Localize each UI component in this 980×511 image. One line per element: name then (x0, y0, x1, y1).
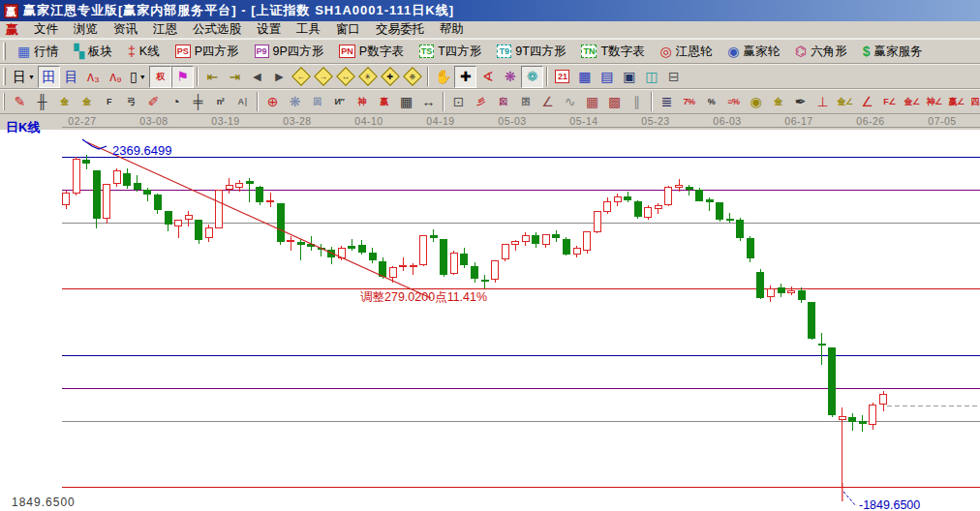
next-bar-button[interactable]: ► (268, 66, 291, 88)
percent-tool-button[interactable]: % (700, 91, 722, 113)
menu-item-3[interactable]: 江恩 (145, 20, 185, 39)
notes-button[interactable]: ▤ (596, 66, 618, 88)
shen-angle-tool-button[interactable]: 神∠ (923, 91, 945, 113)
hexagon-button[interactable]: ⌬六角形 (787, 40, 855, 63)
crosshair-button[interactable]: ✚ (454, 66, 476, 88)
p-number-table-button[interactable]: PNP数字表 (331, 40, 411, 63)
calendar-button[interactable]: 21 (551, 66, 573, 88)
sectors-button[interactable]: ▚板块 (66, 40, 120, 63)
gann-shape-button[interactable]: ❋ (499, 66, 521, 88)
shen-tool-button[interactable]: 神 (351, 91, 373, 113)
j-angle-tool-button[interactable]: ∠ (856, 91, 878, 113)
gann-cross-button[interactable]: ✚ (380, 66, 402, 88)
chart-pattern-button[interactable]: 田 (38, 66, 60, 88)
winner-service-button[interactable]: $赢家服务 (855, 40, 931, 63)
time-clock-tool-button[interactable]: ◔ (165, 91, 187, 113)
gold-circle-tool-button[interactable]: ◉ (745, 91, 767, 113)
menu-item-5[interactable]: 设置 (249, 20, 289, 39)
smart-analysis-button[interactable]: ❁ (521, 66, 543, 88)
save-button[interactable]: ▣ (618, 66, 640, 88)
angle-measure-button[interactable]: ∢ (476, 66, 499, 88)
period-daily-button[interactable]: 日▼ (10, 66, 38, 88)
report-flag-button[interactable]: ⚑ (171, 66, 194, 88)
pen2-tool-button[interactable]: ✐ (142, 91, 165, 113)
wave-3-button[interactable]: ʌ₃ (82, 66, 105, 88)
menu-item-0[interactable]: 文件 (26, 20, 66, 39)
n-wave-tool-button[interactable]: И″ (328, 91, 351, 113)
net-save-button[interactable]: ◫ (640, 66, 662, 88)
gann-cycle-right-button[interactable]: → (313, 66, 335, 88)
wheel-tool-button[interactable]: ❋ (284, 91, 306, 113)
chart-area[interactable]: 日K线 2369.6499调整279.0200点11.41%1849.6500-… (0, 130, 980, 511)
gann-wheel-button[interactable]: ◎江恩轮 (653, 40, 720, 63)
menu-item-9[interactable]: 帮助 (432, 20, 472, 39)
menu-item-1[interactable]: 浏览 (66, 20, 106, 39)
level-mark-tool-button[interactable]: ⊥ (812, 91, 834, 113)
t-number-table-button[interactable]: TNT数字表 (573, 40, 652, 63)
title-bar[interactable]: 赢 赢家江恩专业版[赢家内部服务平台] - [上证指数 SH1A0001-111… (0, 0, 980, 21)
percent-lines-tool-button[interactable]: ≡% (722, 91, 745, 113)
gold-grid-tool-button[interactable]: 金 (53, 91, 76, 113)
red-grid2-tool-button[interactable]: ▩ (603, 91, 626, 113)
toolbar-grip[interactable] (3, 93, 5, 110)
gold-angle-tool-button[interactable]: 金∠ (834, 91, 856, 113)
angle-lines-tool-button[interactable]: ∠ (536, 91, 559, 113)
kline-chart-canvas[interactable]: 2369.6499调整279.0200点11.41%1849.6500-1849… (0, 130, 980, 511)
prev-bar-button[interactable]: ◄ (246, 66, 268, 88)
ying-tool-button[interactable]: 赢 (373, 91, 395, 113)
gann-cycle-left-button[interactable]: ← (291, 66, 313, 88)
menu-item-6[interactable]: 工具 (289, 20, 328, 39)
fan-box2-tool-button[interactable]: 囨 (514, 91, 536, 113)
pen-tool-button[interactable]: ✎ (9, 91, 31, 113)
quotes-button[interactable]: ▦行情 (10, 40, 66, 63)
9p-square-button[interactable]: P99P四方形 (247, 40, 332, 63)
angle-a-tool-button[interactable]: A∣ (231, 91, 254, 113)
f-grid-tool-button[interactable]: F (98, 91, 120, 113)
parallel-lines-tool-button[interactable]: ∥ (626, 91, 648, 113)
calculator-button[interactable]: ▦ (573, 66, 596, 88)
gann-radial-button[interactable]: ❈ (402, 66, 424, 88)
ink-pen-tool-button[interactable]: ✒ (789, 91, 812, 113)
info-view-button[interactable]: 目 (60, 66, 82, 88)
span-measure-tool-button[interactable]: ↔ (417, 91, 440, 113)
gann-star-button[interactable]: ✳ (357, 66, 380, 88)
red-grid-tool-button[interactable]: ▦ (581, 91, 603, 113)
fan-box-tool-button[interactable]: 囟 (492, 91, 514, 113)
print-button[interactable]: ⊟ (662, 66, 685, 88)
four-angle-tool-button[interactable]: 四∠ (967, 91, 980, 113)
p-square-button[interactable]: PSP四方形 (168, 40, 247, 63)
candle-style-button[interactable]: ▯▼ (127, 66, 149, 88)
menu-item-8[interactable]: 交易委托 (368, 20, 432, 39)
ying-angle-tool-button[interactable]: 赢∠ (945, 91, 967, 113)
fan-lines-tool-button[interactable]: 彡 (470, 91, 492, 113)
seven-percent-tool-button[interactable]: 7% (678, 91, 700, 113)
kline-button[interactable]: ‡K线 (120, 40, 168, 63)
gold-grid2-tool-button[interactable]: 金 (76, 91, 98, 113)
f-angle-tool-button[interactable]: F∠ (878, 91, 901, 113)
rights-adjust-button[interactable]: 权 (149, 66, 171, 88)
grid-tool-button[interactable]: ╫ (31, 91, 53, 113)
menu-item-7[interactable]: 窗口 (328, 20, 368, 39)
price-grid-123-tool-button[interactable]: ▦ (395, 91, 417, 113)
menu-item-4[interactable]: 公式选股 (185, 20, 249, 39)
price-scale-tool-button[interactable]: ≣ (656, 91, 678, 113)
gold-gann-angle-tool-button[interactable]: 金∠ (901, 91, 923, 113)
menu-item-2[interactable]: 资讯 (106, 20, 145, 39)
gann-cycle-both-button[interactable]: ↔ (335, 66, 357, 88)
circle-cross-tool-button[interactable]: ⊕ (261, 91, 284, 113)
box-frame-tool-button[interactable]: ⊡ (447, 91, 470, 113)
gold-lines-tool-button[interactable]: 金 (767, 91, 789, 113)
bow-grid-tool-button[interactable]: 弓 (120, 91, 142, 113)
goto-last-button[interactable]: ⇥ (224, 66, 246, 88)
goto-first-button[interactable]: ⇤ (201, 66, 224, 88)
pan-hand-button[interactable]: ✋ (432, 66, 454, 88)
n-square-tool-button[interactable]: n² (209, 91, 231, 113)
grid2-tool-button[interactable]: ╪ (187, 91, 209, 113)
toolbar-grip[interactable] (3, 68, 6, 85)
winner-wheel-button[interactable]: ◉赢家轮 (720, 40, 787, 63)
toolbar-grip[interactable] (3, 43, 6, 60)
square-spiral-tool-button[interactable]: 回 (306, 91, 328, 113)
9t-square-button[interactable]: T99T四方形 (489, 40, 573, 63)
t-square-button[interactable]: TST四方形 (412, 40, 490, 63)
zigzag-tool-button[interactable]: ∿ (559, 91, 581, 113)
